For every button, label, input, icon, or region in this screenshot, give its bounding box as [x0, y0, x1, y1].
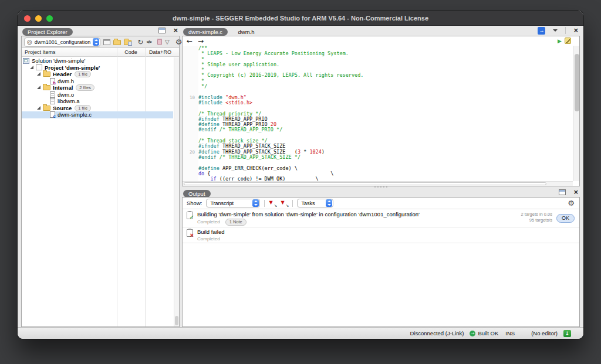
tree-item-solution-dwm-simple-[interactable]: Solution 'dwm-simple': [22, 57, 173, 64]
column-project-items[interactable]: Project Items: [25, 49, 56, 55]
properties-window-icon[interactable]: [103, 39, 110, 45]
configuration-select[interactable]: ◎ dwm1001_configuration: [24, 38, 100, 47]
output-row-detail: 2 targets in 0.0s95 targets/s: [521, 212, 552, 223]
expander-icon[interactable]: [30, 66, 33, 69]
tab-project-explorer[interactable]: Project Explorer: [22, 28, 73, 36]
close-panel-icon[interactable]: ×: [573, 189, 578, 196]
tree-indent: [22, 81, 44, 81]
targets-count: 2 targets in 0.0s: [521, 212, 552, 217]
output-rows: Building 'dwm-simple' from solution 'dwm…: [183, 210, 579, 326]
output-row-sub: Completed1 Note: [197, 219, 517, 226]
insert-mode-indicator[interactable]: INS: [505, 330, 515, 336]
expander-icon[interactable]: [37, 86, 40, 89]
line-number: [183, 106, 198, 111]
navigate-forward-icon[interactable]: →: [198, 37, 204, 45]
code-text: #include "dwm.h": [198, 95, 573, 100]
float-panel-icon[interactable]: [559, 189, 566, 195]
float-panel-icon[interactable]: [158, 28, 166, 33]
refresh-icon[interactable]: ↻: [137, 39, 143, 46]
line-number: [183, 62, 198, 67]
app-window: dwm-simple - SEGGER Embedded Studio for …: [18, 11, 583, 339]
view-code-icon[interactable]: </>: [146, 39, 151, 45]
code-text: * Simple user application.: [198, 62, 573, 67]
close-window-button[interactable]: [24, 15, 31, 22]
zoom-window-button[interactable]: [46, 15, 53, 22]
close-panel-icon[interactable]: ×: [173, 27, 178, 34]
tab-dwm-h[interactable]: dwm.h: [238, 29, 255, 35]
close-editor-icon[interactable]: ×: [573, 27, 578, 34]
line-number: [183, 46, 198, 51]
edit-marker-icon[interactable]: [565, 38, 571, 44]
target-icon: ◎: [27, 39, 32, 45]
code-line: */: [183, 84, 573, 89]
gear-icon[interactable]: ⚙: [568, 199, 575, 207]
file-c-icon: [50, 111, 55, 118]
line-number: [183, 89, 198, 94]
filter-icon[interactable]: ▽: [165, 39, 170, 46]
configuration-stepper-icon[interactable]: [93, 38, 99, 46]
tree-item-internal[interactable]: Internal2 files: [22, 84, 173, 91]
tree-item-label: Internal: [53, 84, 73, 91]
code-line: #endif /* THREAD_APP_STACK_SIZE */: [183, 155, 573, 160]
line-number: 20: [183, 149, 198, 155]
tree-item-label: libdwm.a: [58, 98, 80, 104]
line-number: [183, 133, 198, 138]
editor-header-icons: → ×: [538, 26, 578, 35]
editor-nav-right-icons: ▶: [558, 38, 571, 44]
tree-item-header[interactable]: Header1 file: [22, 71, 173, 78]
build-status[interactable]: → Built OK: [470, 330, 498, 336]
file-h-icon: [50, 78, 55, 84]
code-text: * Copyright (c) 2016-2019, LEAPS. All ri…: [198, 73, 573, 78]
folder-icon[interactable]: [113, 40, 121, 45]
code-token: #endif: [198, 127, 217, 132]
output-row-status: Completed: [197, 219, 220, 224]
tree-item-source[interactable]: Source1 file: [22, 105, 173, 112]
transcript-dropdown[interactable]: Transcript: [206, 199, 260, 207]
note-badge[interactable]: 1 Note: [225, 219, 247, 226]
targets-rate: 95 targets/s: [521, 217, 552, 223]
run-marker-icon[interactable]: ▶: [558, 38, 562, 44]
column-data-ro[interactable]: Data+RO: [145, 49, 175, 55]
scrollbar-thumb[interactable]: [184, 182, 546, 185]
line-number: [183, 73, 198, 78]
scrollbar-thumb[interactable]: [175, 316, 178, 325]
output-row[interactable]: Build failedCompleted: [183, 227, 579, 243]
navigate-back-icon[interactable]: ←: [187, 37, 193, 45]
expander-icon[interactable]: [37, 72, 40, 76]
tree-indent: [22, 87, 37, 88]
minimize-window-button[interactable]: [35, 15, 42, 22]
tree-item-dwm-o[interactable]: dwm.o: [22, 91, 173, 98]
folder-add-icon[interactable]: [124, 40, 131, 45]
code-editor[interactable]: /** * LEAPS - Low Energy Accurate Positi…: [183, 46, 573, 181]
dropdown-stepper-icon: [252, 199, 259, 207]
editor-horizontal-scrollbar[interactable]: [183, 181, 573, 186]
download-icon[interactable]: ↓: [563, 330, 571, 337]
editor-status: (No editor): [531, 330, 558, 336]
editor-vertical-scrollbar[interactable]: [573, 46, 579, 181]
output-row[interactable]: Building 'dwm-simple' from solution 'dwm…: [183, 210, 579, 227]
file-obj-icon: [50, 91, 55, 98]
gear-icon[interactable]: ⚙: [175, 38, 183, 46]
code-token: /* THREAD_APP_STACK_SIZE */: [220, 154, 300, 160]
connection-status[interactable]: Disconnected (J-Link): [410, 330, 464, 336]
project-tree-scrollbar[interactable]: [174, 57, 179, 326]
goto-icon[interactable]: →: [538, 27, 545, 35]
file-count-badge: 2 files: [76, 84, 94, 91]
code-token: <stdio.h>: [225, 100, 252, 106]
tree-indent: [22, 94, 44, 95]
column-code[interactable]: Code: [117, 49, 145, 55]
expander-icon[interactable]: [37, 106, 40, 110]
tasks-dropdown[interactable]: Tasks: [297, 199, 333, 207]
code-line: * Copyright (c) 2016-2019, LEAPS. All ri…: [183, 73, 573, 78]
dropdown-stepper-icon: [326, 199, 332, 207]
scrollbar-thumb[interactable]: [575, 54, 579, 111]
filter-errors-icon[interactable]: [269, 200, 276, 207]
filter-warnings-icon[interactable]: [281, 200, 288, 207]
tab-dwm-simple-c[interactable]: dwm-simple.c: [183, 28, 228, 36]
chevron-down-icon[interactable]: [553, 29, 558, 32]
line-number: [183, 67, 198, 73]
ok-button[interactable]: OK: [556, 214, 575, 223]
delete-icon[interactable]: [157, 39, 162, 45]
project-icon: [36, 64, 42, 70]
tree-item-dwm-simple-c[interactable]: dwm-simple.c: [22, 111, 173, 118]
